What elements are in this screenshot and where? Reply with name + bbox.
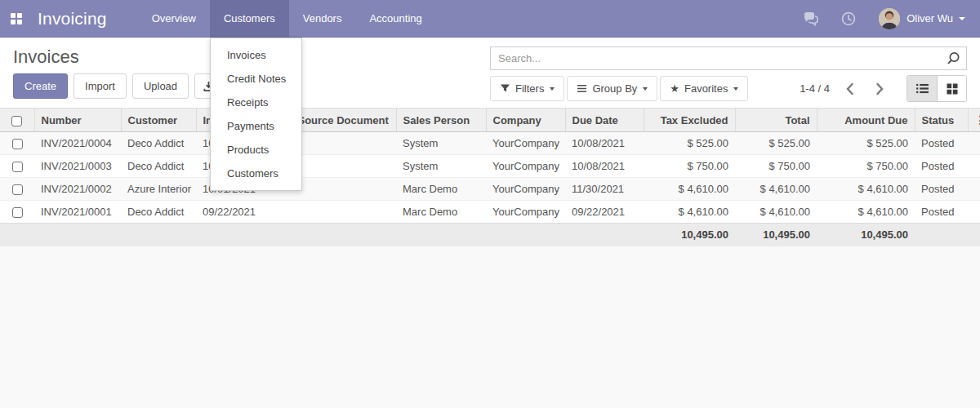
nav-menu: Overview Customers Vendors Accounting: [138, 0, 436, 38]
cell-customer: Deco Addict: [121, 132, 196, 155]
row-checkbox[interactable]: [12, 184, 23, 195]
select-all-checkbox[interactable]: [11, 116, 22, 126]
cell-amount_due: $ 525.00: [817, 132, 915, 155]
cell-source_document: [291, 155, 396, 178]
filter-icon: [500, 83, 510, 94]
pager-next-icon[interactable]: [871, 80, 889, 98]
cell-number: INV/2021/0004: [34, 132, 121, 155]
cell-due_date: 10/08/2021: [565, 132, 644, 155]
activities-clock-icon[interactable]: [840, 10, 858, 28]
column-header-customer[interactable]: Customer: [121, 109, 196, 132]
menu-item-invoices[interactable]: Invoices: [211, 43, 301, 67]
cell-tax_excluded: $ 4,610.00: [644, 178, 735, 201]
cell-invoice_date: 09/22/2021: [196, 201, 291, 224]
cell-status: Posted: [915, 132, 968, 155]
filters-button[interactable]: Filters: [490, 76, 564, 101]
column-header-tax_excluded[interactable]: Tax Excluded: [644, 109, 735, 132]
app-brand[interactable]: Invoicing: [38, 9, 107, 29]
nav-item-accounting[interactable]: Accounting: [355, 0, 435, 38]
cell-customer: Deco Addict: [121, 155, 196, 178]
cell-tax_excluded: $ 525.00: [644, 132, 735, 155]
footer-total-total: 10,495.00: [735, 224, 817, 246]
table-row[interactable]: INV/2021/0004Deco Addict10/08/2021System…: [0, 132, 980, 155]
menu-item-customers[interactable]: Customers: [211, 162, 301, 185]
cell-number: INV/2021/0003: [34, 155, 121, 178]
table-row[interactable]: INV/2021/0001Deco Addict09/22/2021Marc D…: [0, 201, 980, 224]
cell-sales_person: System: [396, 132, 486, 155]
cell-due_date: 10/08/2021: [565, 155, 644, 178]
column-header-status[interactable]: Status: [915, 109, 968, 132]
menu-item-payments[interactable]: Payments: [211, 114, 301, 138]
nav-item-vendors[interactable]: Vendors: [289, 0, 356, 38]
column-header-sales_person[interactable]: Sales Person: [396, 109, 486, 132]
view-switcher: [906, 75, 967, 102]
chevron-down-icon: [959, 17, 965, 20]
cell-source_document: [291, 201, 396, 224]
nav-item-overview[interactable]: Overview: [138, 0, 210, 38]
filters-label: Filters: [515, 82, 544, 95]
search-icon[interactable]: [947, 51, 961, 65]
cell-due_date: 11/30/2021: [565, 178, 644, 201]
cell-total: $ 4,610.00: [735, 201, 817, 224]
search-toolbar: Filters Group By ★ Favorites 1-4 / 4: [490, 75, 967, 102]
table-row[interactable]: INV/2021/0003Deco Addict10/08/2021System…: [0, 155, 980, 178]
star-icon: ★: [670, 82, 679, 95]
cell-status: Posted: [915, 178, 968, 201]
cell-status: Posted: [915, 155, 968, 178]
column-header-source_document[interactable]: Source Document: [291, 109, 396, 132]
nav-item-customers[interactable]: Customers: [210, 0, 289, 38]
chevron-down-icon: [643, 87, 648, 91]
favorites-button[interactable]: ★ Favorites: [660, 76, 748, 101]
create-button[interactable]: Create: [13, 73, 68, 99]
row-checkbox[interactable]: [12, 162, 23, 172]
menu-item-products[interactable]: Products: [211, 138, 301, 162]
search-input[interactable]: [490, 47, 967, 70]
cell-company: YourCompany: [486, 201, 565, 224]
control-panel-left: Invoices Create Import Upload: [13, 47, 229, 108]
menu-item-credit-notes[interactable]: Credit Notes: [211, 67, 301, 91]
table-row[interactable]: INV/2021/0002Azure Interior10/01/2021Mar…: [0, 178, 980, 201]
table-footer-row: 10,495.0010,495.0010,495.00: [0, 224, 980, 246]
kanban-view-button[interactable]: [937, 76, 966, 101]
control-panel-right: Filters Group By ★ Favorites 1-4 / 4: [490, 47, 967, 108]
user-avatar[interactable]: [879, 8, 900, 29]
kanban-view-icon: [947, 83, 958, 95]
column-options-icon[interactable]: ⋮: [975, 113, 980, 126]
column-header-due_date[interactable]: Due Date: [565, 109, 644, 132]
list-view-button[interactable]: [907, 76, 937, 101]
row-checkbox[interactable]: [12, 207, 23, 218]
pager-range: 1-4 / 4: [800, 82, 830, 95]
customers-dropdown-menu: Invoices Credit Notes Receipts Payments …: [210, 38, 302, 191]
apps-grid-icon[interactable]: [11, 13, 22, 24]
list-view-icon: [916, 83, 929, 94]
top-navbar: Invoicing Overview Customers Vendors Acc…: [0, 0, 980, 38]
cell-company: YourCompany: [486, 178, 565, 201]
column-header-total[interactable]: Total: [735, 109, 817, 132]
pager: 1-4 / 4: [800, 75, 967, 102]
row-checkbox[interactable]: [12, 139, 23, 149]
cell-tax_excluded: $ 4,610.00: [644, 201, 735, 224]
menu-item-receipts[interactable]: Receipts: [211, 91, 301, 114]
cell-tax_excluded: $ 750.00: [644, 155, 735, 178]
cell-total: $ 750.00: [735, 155, 817, 178]
cell-company: YourCompany: [486, 132, 565, 155]
user-menu[interactable]: Oliver Wu: [906, 12, 953, 24]
group-by-button[interactable]: Group By: [567, 76, 657, 101]
chevron-down-icon: [733, 87, 738, 91]
cell-sales_person: Marc Demo: [396, 201, 486, 224]
column-header-number[interactable]: Number: [34, 109, 121, 132]
messages-icon[interactable]: [802, 10, 820, 28]
column-header-amount_due[interactable]: Amount Due: [817, 109, 915, 132]
footer-total-amount_due: 10,495.00: [817, 224, 915, 246]
group-by-icon: [577, 83, 587, 94]
control-panel: Invoices Create Import Upload Filt: [0, 38, 980, 108]
cell-company: YourCompany: [486, 155, 565, 178]
table-body: INV/2021/0004Deco Addict10/08/2021System…: [0, 132, 980, 224]
invoice-table: NumberCustomerInvoice DateSource Documen…: [0, 108, 980, 246]
import-button[interactable]: Import: [74, 73, 127, 99]
cell-source_document: [291, 178, 396, 201]
cell-sales_person: Marc Demo: [396, 178, 486, 201]
column-header-company[interactable]: Company: [486, 109, 565, 132]
upload-button[interactable]: Upload: [132, 73, 189, 99]
pager-previous-icon[interactable]: [841, 80, 859, 98]
